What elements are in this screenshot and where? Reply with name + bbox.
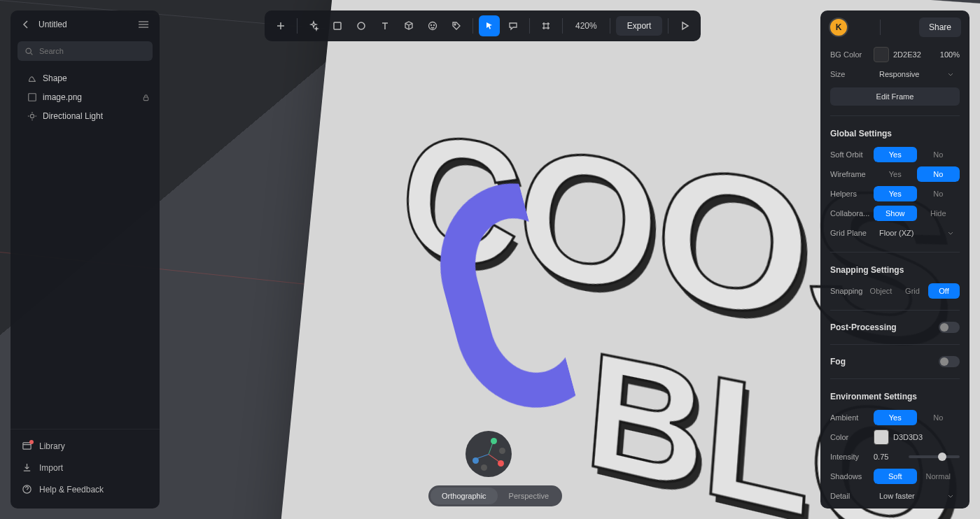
axis-neg[interactable] (499, 448, 505, 454)
tree-label: image.png (43, 92, 82, 102)
zoom-level[interactable]: 420% (568, 21, 604, 31)
intensity-slider[interactable] (909, 455, 960, 458)
svg-point-23 (434, 25, 435, 26)
helpers-label: Helpers (830, 190, 874, 198)
toggle-normal[interactable]: Normal (917, 469, 960, 484)
help-label: Help & Feedback (39, 485, 104, 495)
snap-grid[interactable]: Grid (897, 283, 928, 299)
divider (668, 18, 668, 34)
divider (610, 18, 610, 34)
emoji-tool[interactable] (422, 15, 443, 36)
snap-object[interactable]: Object (865, 283, 897, 299)
text-tool[interactable] (374, 15, 396, 36)
axis-neg[interactable] (481, 464, 487, 471)
view-cube[interactable] (465, 431, 512, 477)
wireframe-toggle[interactable]: Yes No (874, 166, 960, 182)
add-button[interactable] (270, 15, 291, 36)
toggle-hide[interactable]: Hide (917, 206, 960, 221)
size-label: Size (830, 70, 874, 78)
scene-tree: Shape image.png Directional Light (10, 64, 160, 429)
toggle-no[interactable]: No (917, 410, 960, 425)
axis-z[interactable] (472, 457, 479, 464)
prop-bgcolor: BG Color 2D2E32 100% (830, 45, 960, 64)
post-title: Post-Processing (830, 322, 897, 332)
gridplane-value: Floor (XZ) (879, 229, 914, 237)
collab-toggle[interactable]: Show Hide (874, 206, 960, 221)
axis-y[interactable] (491, 438, 497, 444)
back-button[interactable] (20, 19, 31, 30)
ai-tool[interactable] (303, 15, 324, 36)
orthographic-option[interactable]: Orthographic (430, 488, 498, 504)
fog-switch[interactable] (939, 356, 960, 367)
help-button[interactable]: Help & Feedback (18, 478, 153, 500)
tree-item-shape[interactable]: Shape (15, 69, 155, 87)
tree-label: Directional Light (43, 111, 103, 121)
ellipse-tool[interactable] (351, 15, 372, 36)
share-button[interactable]: Share (919, 17, 961, 37)
env-color-swatch[interactable] (874, 429, 889, 445)
edit-frame-button[interactable]: Edit Frame (830, 87, 960, 106)
axis-x[interactable] (498, 460, 504, 467)
menu-icon[interactable] (137, 20, 150, 29)
perspective-option[interactable]: Perspective (498, 488, 560, 504)
projection-toggle[interactable]: Orthographic Perspective (428, 485, 562, 506)
toggle-no[interactable]: No (917, 147, 960, 162)
toggle-no[interactable]: No (917, 166, 960, 182)
toggle-soft[interactable]: Soft (874, 469, 917, 484)
svg-point-18 (358, 22, 365, 29)
svg-rect-25 (544, 24, 548, 28)
left-footer: Library Import Help & Feedback (10, 429, 160, 509)
gridplane-label: Grid Plane (830, 229, 874, 237)
chevron-down-icon (947, 71, 954, 78)
play-button[interactable] (674, 15, 695, 36)
comment-tool[interactable] (503, 15, 524, 36)
frame-tool[interactable] (536, 15, 556, 36)
rectangle-tool[interactable] (327, 15, 348, 36)
export-button[interactable]: Export (616, 16, 663, 36)
tree-item-light[interactable]: Directional Light (15, 107, 155, 125)
library-button[interactable]: Library (18, 435, 153, 457)
detail-select[interactable]: Low faster (874, 489, 960, 503)
search-field[interactable] (39, 47, 146, 55)
snap-off[interactable]: Off (928, 283, 960, 299)
bgcolor-value[interactable]: 2D2E32 (893, 50, 921, 59)
toggle-yes[interactable]: Yes (874, 147, 917, 162)
gridplane-select[interactable]: Floor (XZ) (874, 226, 960, 240)
snapping-toggle[interactable]: Object Grid Off (865, 283, 960, 299)
ambient-toggle[interactable]: Yes No (874, 410, 960, 425)
wireframe-label: Wireframe (830, 170, 874, 178)
search-input[interactable] (18, 41, 153, 61)
document-title[interactable]: Untitled (38, 20, 130, 29)
avatar[interactable]: K (829, 17, 848, 37)
env-color-value[interactable]: D3D3D3 (893, 433, 923, 441)
bgcolor-swatch[interactable] (874, 47, 889, 62)
right-panel: K Share BG Color 2D2E32 100% Size Respon… (820, 10, 969, 509)
toggle-show[interactable]: Show (874, 206, 917, 221)
tree-item-image[interactable]: image.png (15, 88, 155, 106)
cube-tool[interactable] (398, 15, 419, 36)
snapping-label: Snapping (830, 287, 865, 295)
svg-rect-6 (144, 97, 148, 101)
search-icon (24, 47, 34, 56)
toggle-yes[interactable]: Yes (874, 410, 917, 425)
divider (830, 378, 960, 379)
left-header: Untitled (10, 10, 160, 38)
post-switch[interactable] (939, 322, 960, 333)
import-button[interactable]: Import (18, 457, 153, 478)
bgcolor-opacity[interactable]: 100% (940, 50, 960, 59)
shadows-label: Shadows (830, 472, 874, 481)
tag-tool[interactable] (446, 15, 467, 36)
toggle-yes[interactable]: Yes (874, 186, 917, 201)
size-select[interactable]: Responsive (874, 67, 960, 81)
chevron-down-icon (947, 229, 954, 236)
toggle-yes[interactable]: Yes (874, 166, 917, 182)
lock-icon[interactable] (142, 94, 150, 101)
cursor-tool[interactable] (479, 15, 500, 36)
toggle-no[interactable]: No (917, 186, 960, 201)
divider (830, 252, 960, 253)
shadows-toggle[interactable]: Soft Normal (874, 469, 960, 484)
tree-label: Shape (43, 73, 67, 83)
intensity-value[interactable]: 0.75 (874, 453, 902, 461)
soft-orbit-toggle[interactable]: Yes No (874, 147, 960, 162)
helpers-toggle[interactable]: Yes No (874, 186, 960, 201)
